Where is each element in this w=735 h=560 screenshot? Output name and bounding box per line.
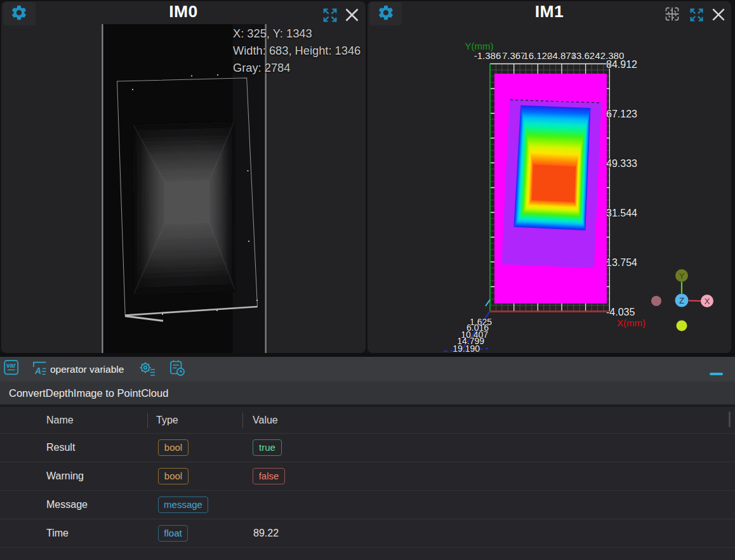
- svg-text:X: X: [705, 297, 710, 306]
- svg-text:Z: Z: [679, 296, 684, 305]
- svg-text:67.123: 67.123: [606, 109, 637, 119]
- svg-text:19.190: 19.190: [453, 343, 480, 353]
- svg-text:31.544: 31.544: [606, 208, 637, 218]
- svg-text:Y: Y: [679, 271, 685, 281]
- svg-text:84.912: 84.912: [606, 59, 637, 70]
- svg-text:var: var: [6, 362, 16, 369]
- svg-text:-1.386: -1.386: [474, 50, 501, 61]
- svg-text:A: A: [34, 366, 41, 376]
- svg-text:X(mm): X(mm): [617, 317, 646, 328]
- svg-text:49.333: 49.333: [606, 158, 637, 169]
- svg-text:Y(mm): Y(mm): [465, 41, 494, 51]
- svg-text:7.367: 7.367: [502, 50, 526, 61]
- svg-text:13.754: 13.754: [606, 257, 637, 268]
- svg-text:-4.035: -4.035: [606, 307, 635, 317]
